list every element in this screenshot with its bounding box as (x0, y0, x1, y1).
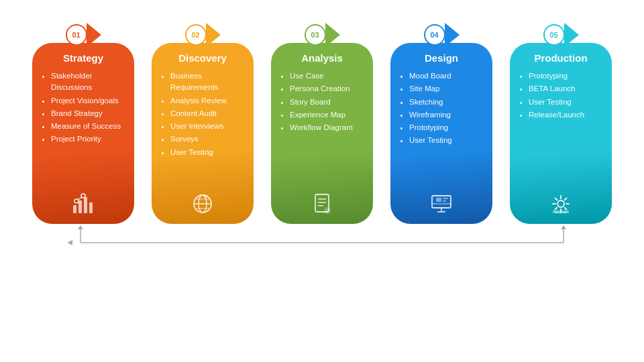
list-item: BETA Launch (529, 83, 584, 95)
columns-container: 01StrategyStakeholder DiscussionsProject… (20, 23, 624, 224)
list-item: Mood Board (409, 70, 452, 82)
step-arrow-4 (445, 23, 460, 47)
pill-icon-gear (519, 185, 602, 216)
pill-list-3: Use CasePersona CreationStory BoardExper… (280, 70, 353, 135)
list-item: Story Board (290, 97, 353, 108)
svg-marker-36 (67, 240, 72, 245)
step-arrow-3 (325, 23, 340, 47)
svg-marker-32 (78, 225, 83, 229)
step-arrow-1 (87, 23, 101, 47)
flow-arrows (27, 224, 617, 245)
pill-col-3: AnalysisUse CasePersona CreationStory Bo… (271, 43, 373, 224)
list-item: Experience Map (290, 109, 353, 121)
pill-col-4: DesignMood BoardSite MapSketchingWirefra… (390, 43, 492, 224)
pill-title-5: Production (519, 52, 602, 64)
column-col-5: 05ProductionPrototypingBETA LaunchUser T… (504, 23, 617, 224)
step-number-4: 04 (424, 24, 445, 46)
list-item: Prototyping (529, 70, 584, 82)
step-badge-5: 05 (543, 23, 579, 47)
list-item: Stakeholder Discussions (51, 70, 125, 94)
pill-icon-monitor (400, 185, 483, 216)
list-item: Content Audit (170, 108, 244, 119)
list-item: User Testing (170, 147, 244, 158)
pill-list-2: Business RequirementsAnalysis ReviewCont… (161, 70, 244, 160)
list-item: Site Map (409, 83, 452, 95)
step-badge-3: 03 (305, 23, 340, 47)
list-item: Surveys (170, 133, 244, 145)
svg-rect-3 (89, 202, 93, 213)
pill-icon-doc: ✓ (280, 185, 364, 216)
list-item: Analysis Review (170, 95, 244, 107)
page: 01StrategyStakeholder DiscussionsProject… (0, 0, 644, 362)
list-item: Sketching (409, 97, 452, 108)
list-item: Release/Launch (529, 109, 584, 121)
svg-rect-1 (78, 200, 82, 213)
arrows-section (20, 224, 624, 245)
svg-rect-30 (564, 212, 566, 213)
list-item: Business Requirements (170, 70, 244, 94)
pill-title-2: Discovery (161, 52, 244, 64)
pill-col-5: ProductionPrototypingBETA LaunchUser Tes… (510, 43, 612, 224)
pill-title-1: Strategy (42, 52, 125, 64)
svg-rect-19 (432, 196, 451, 208)
list-item: Wireframing (409, 109, 452, 121)
column-col-4: 04DesignMood BoardSite MapSketchingWiref… (385, 23, 498, 224)
pill-list-5: PrototypingBETA LaunchUser TestingReleas… (519, 70, 584, 122)
list-item: Project Priority (51, 133, 125, 145)
list-item: Project Vision/goals (51, 95, 125, 107)
step-badge-2: 02 (185, 23, 221, 47)
list-item: Workflow Diagram (290, 122, 353, 133)
svg-rect-23 (443, 200, 446, 202)
step-number-5: 05 (543, 24, 565, 46)
list-item: Measure of Success (51, 121, 125, 132)
step-badge-1: 01 (66, 23, 101, 47)
svg-text:✓: ✓ (325, 208, 330, 215)
svg-rect-0 (73, 205, 76, 213)
step-number-1: 01 (66, 24, 87, 46)
svg-rect-29 (559, 212, 562, 213)
column-col-2: 02DiscoveryBusiness RequirementsAnalysis… (146, 23, 259, 224)
column-col-3: 03AnalysisUse CasePersona CreationStory … (266, 23, 378, 224)
step-number-2: 02 (185, 24, 207, 46)
list-item: User Interviews (170, 121, 244, 132)
pill-list-1: Stakeholder DiscussionsProject Vision/go… (42, 70, 125, 147)
svg-rect-2 (84, 197, 87, 213)
step-arrow-2 (206, 23, 221, 47)
step-arrow-5 (564, 23, 579, 47)
pill-col-2: DiscoveryBusiness RequirementsAnalysis R… (152, 43, 254, 224)
step-badge-4: 04 (424, 23, 460, 47)
list-item: Use Case (290, 70, 353, 82)
pill-title-3: Analysis (280, 52, 364, 64)
list-item: User Testing (409, 135, 452, 146)
pill-col-1: StrategyStakeholder DiscussionsProject V… (32, 43, 134, 224)
column-col-1: 01StrategyStakeholder DiscussionsProject… (27, 23, 140, 224)
svg-point-26 (557, 200, 564, 207)
svg-rect-22 (443, 198, 448, 199)
list-item: User Testing (529, 97, 584, 108)
step-number-3: 03 (305, 24, 326, 46)
pill-title-4: Design (400, 52, 483, 64)
svg-rect-28 (555, 212, 558, 213)
svg-rect-21 (436, 198, 441, 202)
svg-point-6 (81, 194, 85, 198)
pill-icon-globe (161, 185, 244, 216)
list-item: Persona Creation (290, 83, 353, 95)
pill-icon-chart (42, 185, 125, 216)
list-item: Prototyping (409, 122, 452, 133)
svg-line-5 (78, 197, 82, 200)
svg-marker-35 (561, 225, 566, 229)
list-item: Brand Strategy (51, 108, 125, 119)
pill-list-4: Mood BoardSite MapSketchingWireframingPr… (400, 70, 452, 148)
